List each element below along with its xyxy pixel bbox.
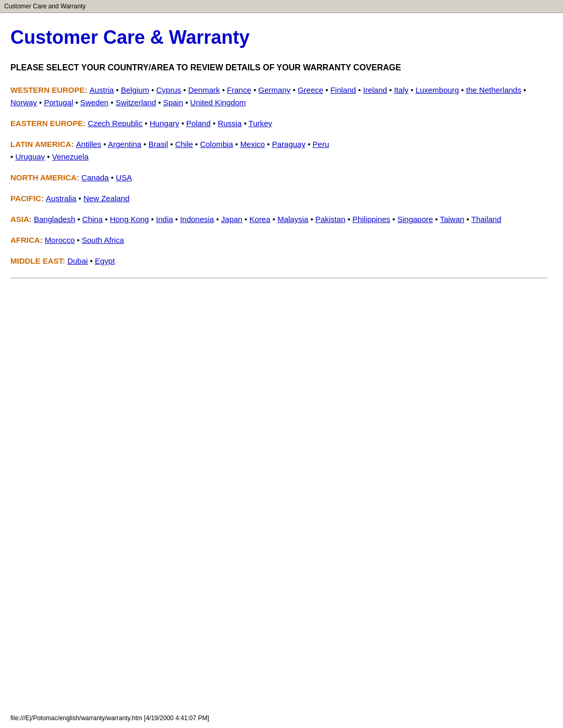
country-link-usa[interactable]: USA [116,173,132,182]
tab-bar: Customer Care and Warranty [0,0,563,13]
country-link-thailand[interactable]: Thailand [471,215,501,224]
country-link-japan[interactable]: Japan [221,215,242,224]
country-link-india[interactable]: India [156,215,173,224]
separator [10,278,547,278]
status-text: file:///E|/Potomac/english/warranty/warr… [10,714,209,722]
country-link-mexico[interactable]: Mexico [240,140,265,149]
country-link-austria[interactable]: Austria [90,85,114,94]
country-link-italy[interactable]: Italy [394,85,409,94]
status-bar: file:///E|/Potomac/english/warranty/warr… [10,713,209,723]
country-link-indonesia[interactable]: Indonesia [180,215,214,224]
country-link-canada[interactable]: Canada [81,173,109,182]
country-link-new-zealand[interactable]: New Zealand [83,194,129,203]
country-link-argentina[interactable]: Argentina [108,140,141,149]
country-link-luxembourg[interactable]: Luxembourg [415,85,459,94]
country-link-denmark[interactable]: Denmark [188,85,220,94]
country-link-malaysia[interactable]: Malaysia [277,215,308,224]
country-link-czech-republic[interactable]: Czech Republic [88,119,142,128]
country-link-switzerland[interactable]: Switzerland [116,98,156,107]
country-link-portugal[interactable]: Portugal [44,98,73,107]
region-middle-east: MIDDLE EAST: Dubai • Egypt [10,255,547,267]
country-link-united-kingdom[interactable]: United Kingdom [190,98,246,107]
country-link-finland[interactable]: Finland [331,85,356,94]
country-link-antilles[interactable]: Antilles [76,140,101,149]
country-link-brasil[interactable]: Brasil [149,140,168,149]
country-link-norway[interactable]: Norway [10,98,37,107]
region-label-north-america: NORTH AMERICA: [10,173,81,182]
country-link-sweden[interactable]: Sweden [80,98,108,107]
country-link-taiwan[interactable]: Taiwan [440,215,464,224]
country-link-russia[interactable]: Russia [218,119,242,128]
country-link-chile[interactable]: Chile [175,140,193,149]
country-link-philippines[interactable]: Philippines [352,215,390,224]
region-africa: AFRICA: Morocco • South Africa [10,234,547,246]
region-label-asia: ASIA: [10,215,34,224]
country-link-hong-kong[interactable]: Hong Kong [110,215,149,224]
regions-container: WESTERN EUROPE: Austria • Belgium • Cypr… [10,84,547,267]
country-link-egypt[interactable]: Egypt [95,256,115,265]
country-link-poland[interactable]: Poland [186,119,211,128]
country-link-france[interactable]: France [227,85,251,94]
region-western-europe: WESTERN EUROPE: Austria • Belgium • Cypr… [10,84,547,109]
country-link-ireland[interactable]: Ireland [363,85,387,94]
country-link-dubai[interactable]: Dubai [67,256,88,265]
country-link-morocco[interactable]: Morocco [45,236,75,244]
region-eastern-europe: EASTERN EUROPE: Czech Republic • Hungary… [10,117,547,130]
page-subtitle: PLEASE SELECT YOUR COUNTRY/AREA TO REVIE… [10,62,547,73]
country-link-hungary[interactable]: Hungary [150,119,179,128]
region-north-america: NORTH AMERICA: Canada • USA [10,171,547,184]
region-label-eastern-europe: EASTERN EUROPE: [10,119,88,128]
region-pacific: PACIFIC: Australia • New Zealand [10,192,547,205]
country-link-colombia[interactable]: Colombia [200,140,233,149]
region-label-western-europe: WESTERN EUROPE: [10,85,90,94]
country-link-pakistan[interactable]: Pakistan [315,215,346,224]
main-content: Customer Care & Warranty PLEASE SELECT Y… [0,13,563,310]
region-latin-america: LATIN AMERICA: Antilles • Argentina • Br… [10,138,547,163]
country-link-germany[interactable]: Germany [259,85,291,94]
country-link-spain[interactable]: Spain [163,98,183,107]
country-link-south-africa[interactable]: South Africa [82,236,124,244]
country-link-greece[interactable]: Greece [298,85,323,94]
country-link-peru[interactable]: Peru [313,140,329,149]
tab-title: Customer Care and Warranty [4,3,85,10]
country-link-paraguay[interactable]: Paraguay [272,140,305,149]
country-link-turkey[interactable]: Turkey [249,119,272,128]
country-link-china[interactable]: China [82,215,103,224]
region-asia: ASIA: Bangladesh • China • Hong Kong • I… [10,213,547,226]
country-link-cyprus[interactable]: Cyprus [156,85,181,94]
region-label-latin-america: LATIN AMERICA: [10,140,76,149]
country-link-venezuela[interactable]: Venezuela [52,152,89,161]
country-link-bangladesh[interactable]: Bangladesh [34,215,75,224]
region-label-pacific: PACIFIC: [10,194,46,203]
country-link-uruguay[interactable]: Uruguay [15,152,45,161]
country-link-korea[interactable]: Korea [250,215,271,224]
region-label-middle-east: MIDDLE EAST: [10,256,67,265]
country-link-singapore[interactable]: Singapore [397,215,433,224]
country-link-the-netherlands[interactable]: the Netherlands [466,85,521,94]
page-heading: Customer Care & Warranty [10,23,547,52]
country-link-australia[interactable]: Australia [46,194,76,203]
region-label-africa: AFRICA: [10,236,45,244]
country-link-belgium[interactable]: Belgium [121,85,149,94]
